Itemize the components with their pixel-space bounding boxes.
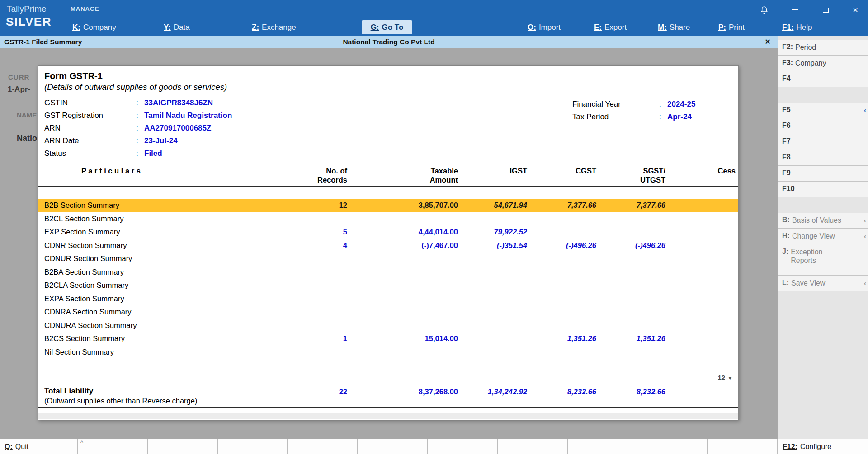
row-cgst: (-)496.26 [530,241,599,250]
quit-button[interactable]: Q:Quit [0,439,78,454]
sidebar-button[interactable]: F5‹ [778,103,868,118]
maximize-button[interactable] [819,5,832,15]
row-particulars: B2BA Section Summary [38,268,282,276]
report-close-button[interactable]: × [765,37,770,47]
row-taxable-amount: 15,014.00 [350,334,461,343]
sidebar-button[interactable]: F4‹ [778,71,868,87]
info-row-status: Status:Filed [44,147,738,160]
row-sgst: 1,351.26 [599,334,668,343]
colon: : [659,112,667,122]
menu-print[interactable]: P:Print [718,23,745,32]
dropdown-arrow-icon: ▼ [727,375,733,381]
header-line1: Taxable [350,166,458,175]
table-row[interactable]: CDNURA Section Summary [38,319,738,332]
goto-button-key: G: [371,23,379,32]
sidebar-button[interactable]: F10‹ [778,182,868,197]
sidebar-button[interactable]: F9‹ [778,166,868,182]
goto-button-label: Go To [382,23,404,32]
sidebar-button[interactable]: J:Exception Reports‹ [778,244,868,276]
tallyprime-window: TallyPrime SILVER MANAGE K:Company Y:Dat… [0,0,868,454]
colon: : [136,149,144,158]
menu-data[interactable]: Y:Data [164,23,190,32]
sidebar-button[interactable]: F7‹ [778,134,868,150]
table-row[interactable]: Nil Section Summary [38,346,738,359]
info-row-arn-date: ARN Date:23-Jul-24 [44,135,738,147]
menu-help-label: Help [797,23,812,32]
horizontal-scrollbar[interactable] [38,413,738,419]
bottombar-cell [637,439,708,454]
sidebar-button[interactable]: B:Basis of Values‹ [778,213,868,229]
report-title-bar: GSTR-1 Filed Summary National Trading Co… [0,36,778,48]
header-line1: No. of [282,166,347,175]
menu-print-label: Print [729,23,745,32]
table-row[interactable]: B2BA Section Summary [38,266,738,279]
quit-button-key: Q: [5,443,13,451]
sidebar-button[interactable]: F6‹ [778,118,868,134]
sidebar-button-label: Save View [791,279,825,287]
table-row[interactable]: EXP Section Summary 5 4,44,014.00 79,922… [38,225,738,239]
table-row[interactable]: B2CL Section Summary [38,212,738,226]
menu-exchange[interactable]: Z:Exchange [252,23,296,32]
menu-import-label: Import [539,23,561,32]
arn-value: AA270917000685Z [144,124,211,133]
sidebar-button[interactable]: F2:Period‹ [778,40,868,56]
table-row[interactable]: CDNR Section Summary 4 (-)7,467.00 (-)35… [38,239,738,253]
background-current-period-label: CURR [8,73,29,81]
background-name-header: NAME [17,111,37,119]
table-row[interactable]: CDNUR Section Summary [38,252,738,266]
total-records: 22 [282,387,350,396]
table-spacer [38,187,738,199]
total-igst: 1,34,242.92 [461,387,530,396]
menu-help[interactable]: F1:Help [782,23,812,32]
window-close-button[interactable]: × [849,5,862,15]
manage-section-label: MANAGE [71,5,99,12]
table-row[interactable]: B2CS Section Summary 1 15,014.00 1,351.2… [38,332,738,346]
table-header-cell: P a r t i c u l a r s [38,166,282,184]
table-row[interactable]: EXPA Section Summary [38,292,738,306]
goto-button[interactable]: G:Go To [362,20,412,34]
scroll-up-caret-icon: ^ [80,439,83,446]
bottombar-cell [568,439,638,454]
table-row[interactable]: CDNRA Section Summary [38,305,738,319]
menu-export[interactable]: E:Export [594,23,627,32]
menu-company-label: Company [83,23,116,32]
sidebar-button-key: F9 [782,169,791,177]
company-name: National Trading Co Pvt Ltd [0,38,778,46]
background-divider [0,124,38,124]
sidebar-button-key: F6 [782,122,791,129]
menu-share[interactable]: M:Share [658,23,690,32]
sidebar-button[interactable]: F8‹ [778,150,868,166]
table-row[interactable]: B2B Section Summary 12 3,85,707.00 54,67… [38,199,738,212]
info-right-block: Financial Year:2024-25 Tax Period:Apr-24 [572,98,695,123]
configure-button-label: Configure [800,443,831,451]
configure-button[interactable]: F12:Configure [778,439,868,454]
sidebar-button[interactable]: F3:Company‹ [778,56,868,71]
gstin-value: 33AIGPR8348J6ZN [144,98,213,108]
notification-bell-icon[interactable] [758,5,770,15]
sidebar-button[interactable]: H:Change View‹ [778,229,868,244]
registration-value: Tamil Nadu Registration [144,111,232,120]
menu-exchange-key: Z: [252,23,259,32]
background-period-date: 1-Apr- [8,85,30,94]
menu-import[interactable]: O:Import [528,23,561,32]
menu-company-key: K: [72,23,80,32]
info-row-tax-period: Tax Period:Apr-24 [572,111,695,123]
maximize-icon [823,8,829,13]
row-particulars: B2CLA Section Summary [38,281,282,290]
table-header-cell: IGST [461,166,530,184]
gstr1-summary-dialog: Form GSTR-1 (Details of outward supplies… [38,65,739,420]
row-particulars: CDNRA Section Summary [38,308,282,316]
chevron-left-icon: ‹ [864,217,866,224]
row-cgst: 1,351.26 [530,334,599,343]
sidebar-button[interactable]: L:Save View‹ [778,276,868,291]
status-label: Status [44,149,136,158]
table-header: P a r t i c u l a r s No. ofRecords Taxa… [38,164,738,187]
row-particulars: B2CS Section Summary [38,334,282,343]
minimize-button[interactable] [788,5,801,15]
table-row[interactable]: B2CLA Section Summary [38,279,738,292]
row-count-indicator[interactable]: 12 ▼ [38,359,738,384]
sidebar-button-key: F2: [782,43,793,51]
menu-company[interactable]: K:Company [72,23,116,32]
row-cgst: 7,377.66 [530,201,599,210]
form-title: Form GSTR-1 [44,71,738,81]
